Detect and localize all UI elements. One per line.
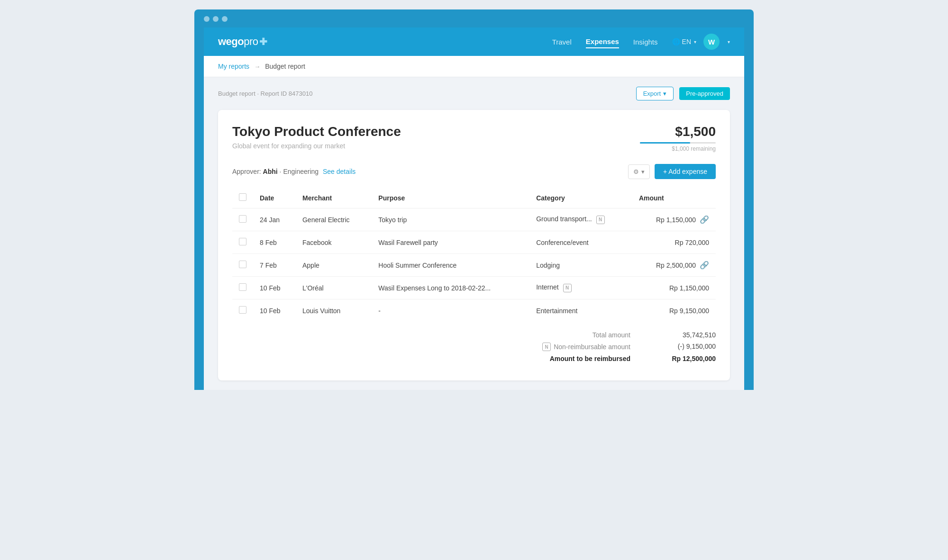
approver-info: Approver: Abhi · Engineering See details xyxy=(232,168,356,175)
approver-name: Abhi xyxy=(263,168,278,175)
table-row[interactable]: 10 Feb Louis Vuitton - Entertainment Rp … xyxy=(232,299,716,322)
reimb-row: Amount to be reimbursed Rp 12,500,000 xyxy=(550,355,716,362)
approver-dept: Engineering xyxy=(283,168,319,175)
add-expense-button[interactable]: + Add expense xyxy=(655,164,716,179)
row-purpose-2: Wasil Farewell party xyxy=(372,231,529,254)
table-actions: ⚙ ▾ + Add expense xyxy=(628,164,716,179)
export-button[interactable]: Export ▾ xyxy=(636,87,674,100)
row-amount-2: Rp 720,000 xyxy=(632,231,716,254)
see-details-link[interactable]: See details xyxy=(323,168,356,175)
row-category-3: Lodging xyxy=(529,254,632,277)
breadcrumb: My reports → Budget report xyxy=(204,56,744,77)
settings-button[interactable]: ⚙ ▾ xyxy=(628,164,650,179)
row-date-4: 10 Feb xyxy=(253,277,296,299)
logo-plus: ✚ xyxy=(259,36,267,47)
row-checkbox-4[interactable] xyxy=(232,277,253,299)
row-amount-4: Rp 1,150,000 xyxy=(632,277,716,299)
select-all-checkbox[interactable] xyxy=(239,193,246,201)
nav-links: Travel Expenses Insights xyxy=(552,36,658,48)
export-chevron: ▾ xyxy=(663,90,666,97)
language-chevron: ▾ xyxy=(694,39,696,45)
row-category-5: Entertainment xyxy=(529,299,632,322)
row-merchant-5: Louis Vuitton xyxy=(296,299,372,322)
row-amount-5: Rp 9,150,000 xyxy=(632,299,716,322)
breadcrumb-my-reports[interactable]: My reports xyxy=(218,63,249,70)
row-purpose-5: - xyxy=(372,299,529,322)
report-header-bar: Budget report · Report ID 8473010 Export… xyxy=(218,87,730,100)
header-amount: Amount xyxy=(632,188,716,208)
report-subtitle: Global event for expanding our market xyxy=(232,142,401,150)
table-row[interactable]: 24 Jan General Electric Tokyo trip Groun… xyxy=(232,208,716,231)
report-title: Tokyo Product Conference xyxy=(232,124,401,139)
row-date-1: 24 Jan xyxy=(253,208,296,231)
table-row[interactable]: 10 Feb L'Oréal Wasil Expenses Long to 20… xyxy=(232,277,716,299)
attachment-icon-3: 🔗 xyxy=(700,261,709,270)
user-avatar[interactable]: W xyxy=(703,34,720,50)
header-purpose: Purpose xyxy=(372,188,529,208)
header-date: Date xyxy=(253,188,296,208)
row-merchant-2: Facebook xyxy=(296,231,372,254)
total-label: Total amount xyxy=(592,331,630,339)
breadcrumb-separator: → xyxy=(254,63,260,70)
non-reimb-label: Non-reimbursable amount xyxy=(554,343,630,351)
row-purpose-3: Hooli Summer Conference xyxy=(372,254,529,277)
budget-remaining: $1,000 remaining xyxy=(640,145,716,152)
row-date-2: 8 Feb xyxy=(253,231,296,254)
navbar: wegopro✚ Travel Expenses Insights 🌐 EN ▾… xyxy=(204,27,744,56)
non-reimb-row: N Non-reimbursable amount (-) 9,150,000 xyxy=(540,343,716,351)
nav-right: 🌐 EN ▾ W ▾ xyxy=(672,34,730,50)
total-value: 35,742,510 xyxy=(659,331,716,339)
nav-travel[interactable]: Travel xyxy=(552,36,572,48)
row-category-2: Conference/event xyxy=(529,231,632,254)
row-merchant-1: General Electric xyxy=(296,208,372,231)
breadcrumb-current: Budget report xyxy=(265,63,305,70)
table-row[interactable]: 8 Feb Facebook Wasil Farewell party Conf… xyxy=(232,231,716,254)
reimb-label: Amount to be reimbursed xyxy=(550,355,630,362)
language-selector[interactable]: 🌐 EN ▾ xyxy=(672,38,696,45)
budget-info: $1,500 $1,000 remaining xyxy=(640,124,716,152)
page-content: Budget report · Report ID 8473010 Export… xyxy=(204,77,744,390)
browser-dot-1 xyxy=(204,16,210,22)
summary-section: Total amount 35,742,510 N Non-reimbursab… xyxy=(232,322,716,366)
row-merchant-4: L'Oréal xyxy=(296,277,372,299)
row-purpose-1: Tokyo trip xyxy=(372,208,529,231)
row-category-1: Ground transport... N xyxy=(529,208,632,231)
row-category-4: Internet N xyxy=(529,277,632,299)
browser-dot-3 xyxy=(222,16,228,22)
language-label: EN xyxy=(682,38,691,45)
total-amount-row: Total amount 35,742,510 xyxy=(592,331,716,339)
table-row[interactable]: 7 Feb Apple Hooli Summer Conference Lodg… xyxy=(232,254,716,277)
approver-row: Approver: Abhi · Engineering See details… xyxy=(232,164,716,179)
header-category: Category xyxy=(529,188,632,208)
row-date-5: 10 Feb xyxy=(253,299,296,322)
nav-insights[interactable]: Insights xyxy=(633,36,658,48)
budget-bar xyxy=(640,142,716,144)
logo[interactable]: wegopro✚ xyxy=(218,36,267,48)
non-reimb-badge-4: N xyxy=(563,284,572,292)
row-checkbox-2[interactable] xyxy=(232,231,253,254)
row-purpose-4: Wasil Expenses Long to 2018-02-22... xyxy=(372,277,529,299)
header-checkbox-col xyxy=(232,188,253,208)
report-actions: Export ▾ Pre-approved xyxy=(636,87,730,100)
expense-table: Date Merchant Purpose Category Amount xyxy=(232,188,716,322)
nav-expenses[interactable]: Expenses xyxy=(586,36,619,48)
budget-bar-fill xyxy=(640,142,690,144)
browser-dot-2 xyxy=(213,16,219,22)
report-title-left: Tokyo Product Conference Global event fo… xyxy=(232,124,401,150)
globe-icon: 🌐 xyxy=(672,38,680,45)
row-checkbox-1[interactable] xyxy=(232,208,253,231)
header-merchant: Merchant xyxy=(296,188,372,208)
user-chevron: ▾ xyxy=(728,39,730,45)
export-label: Export xyxy=(643,90,661,97)
main-card: Tokyo Product Conference Global event fo… xyxy=(218,110,730,380)
report-meta: Budget report · Report ID 8473010 xyxy=(218,90,312,97)
row-date-3: 7 Feb xyxy=(253,254,296,277)
row-checkbox-3[interactable] xyxy=(232,254,253,277)
non-reimb-badge-summary: N xyxy=(542,343,551,351)
row-merchant-3: Apple xyxy=(296,254,372,277)
row-amount-3: Rp 2,500,000 🔗 xyxy=(632,254,716,277)
approver-label: Approver: xyxy=(232,168,261,175)
attachment-icon-1: 🔗 xyxy=(700,215,709,224)
row-checkbox-5[interactable] xyxy=(232,299,253,322)
row-amount-1: Rp 1,150,000 🔗 xyxy=(632,208,716,231)
